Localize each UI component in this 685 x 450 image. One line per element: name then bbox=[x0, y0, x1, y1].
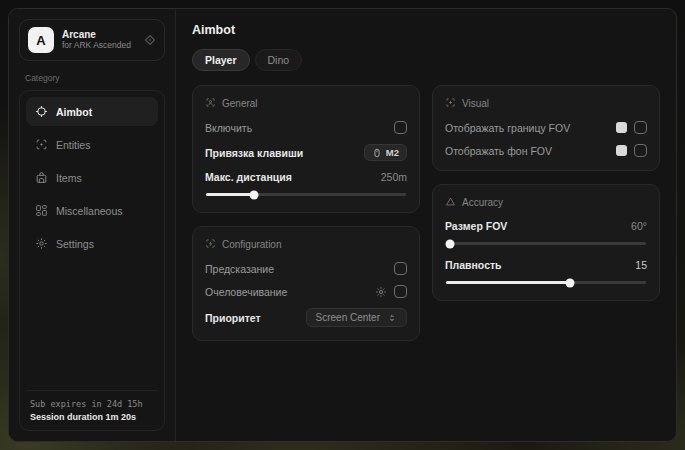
visual-card-title: Visual bbox=[462, 98, 489, 109]
fov-size-slider[interactable] bbox=[446, 242, 646, 245]
fov-bg-checkbox[interactable] bbox=[634, 144, 647, 157]
main-content: Aimbot Player Dino General Включить bbox=[176, 9, 676, 441]
slider-thumb[interactable] bbox=[566, 278, 575, 287]
configuration-card-title: Configuration bbox=[222, 239, 281, 250]
config-scan-icon bbox=[205, 238, 216, 251]
backpack-icon bbox=[35, 171, 48, 184]
page-title: Aimbot bbox=[192, 23, 660, 37]
visual-card: Visual Отображать границу FOV Отображать… bbox=[432, 85, 660, 171]
humanization-checkbox[interactable] bbox=[394, 285, 407, 298]
keybind-badge[interactable]: M2 bbox=[364, 144, 407, 161]
brand-card: A Arcane for ARK Ascended bbox=[19, 19, 165, 61]
fov-size-row: Размер FOV 60° bbox=[445, 220, 647, 232]
brand-subtitle: for ARK Ascended bbox=[62, 41, 136, 51]
tab-dino[interactable]: Dino bbox=[255, 49, 303, 71]
cheat-window: A Arcane for ARK Ascended Category Aimbo… bbox=[8, 8, 677, 442]
slider-thumb[interactable] bbox=[250, 190, 259, 199]
priority-row: Приоритет Screen Center bbox=[205, 308, 407, 327]
fov-size-value: 60° bbox=[631, 220, 647, 232]
accuracy-card-header: Accuracy bbox=[445, 196, 647, 209]
humanization-row: Очеловечивание bbox=[205, 285, 407, 298]
gear-icon bbox=[35, 237, 48, 250]
dashboard-icon bbox=[35, 204, 48, 217]
fov-border-row: Отображать границу FOV bbox=[445, 121, 647, 134]
general-card: General Включить Привязка клавиши M2 bbox=[192, 85, 420, 213]
sidebar-item-items[interactable]: Items bbox=[26, 163, 158, 192]
accuracy-card: Accuracy Размер FOV 60° Плавность 15 bbox=[432, 184, 660, 301]
fov-bg-row: Отображать фон FOV bbox=[445, 144, 647, 157]
session-duration-text: Session duration 1m 20s bbox=[30, 412, 154, 422]
visual-card-header: Visual bbox=[445, 97, 647, 110]
fov-border-label: Отображать границу FOV bbox=[445, 122, 570, 134]
keybind-label: Привязка клавиши bbox=[205, 147, 303, 159]
visual-scan-icon bbox=[445, 97, 456, 110]
enable-row: Включить bbox=[205, 121, 407, 134]
enable-label: Включить bbox=[205, 122, 252, 134]
nav-card: Aimbot Entities Items Miscellaneous bbox=[19, 90, 165, 431]
prediction-row: Предсказание bbox=[205, 262, 407, 275]
max-distance-label: Макс. дистанция bbox=[205, 171, 292, 183]
fov-border-controls bbox=[616, 121, 647, 134]
accuracy-card-title: Accuracy bbox=[462, 197, 503, 208]
sidebar-item-label: Items bbox=[56, 172, 82, 184]
priority-value: Screen Center bbox=[316, 312, 380, 323]
fov-size-label: Размер FOV bbox=[445, 220, 507, 232]
chevrons-up-down-icon bbox=[387, 313, 397, 323]
fov-bg-color-swatch[interactable] bbox=[616, 145, 627, 156]
sidebar-item-label: Miscellaneous bbox=[56, 205, 123, 217]
smoothness-value: 15 bbox=[635, 259, 647, 271]
keybind-row: Привязка клавиши M2 bbox=[205, 144, 407, 161]
configuration-card: Configuration Предсказание Очеловечивани… bbox=[192, 226, 420, 341]
fov-border-color-swatch[interactable] bbox=[616, 122, 627, 133]
humanization-gear-icon[interactable] bbox=[375, 286, 387, 298]
tab-player[interactable]: Player bbox=[192, 49, 250, 71]
smoothness-row: Плавность 15 bbox=[445, 259, 647, 271]
sidebar-item-label: Entities bbox=[56, 139, 90, 151]
app-logo-letter: A bbox=[36, 33, 45, 48]
priority-label: Приоритет bbox=[205, 312, 261, 324]
enable-checkbox[interactable] bbox=[394, 121, 407, 134]
slider-fill bbox=[206, 193, 254, 196]
triangle-icon bbox=[445, 196, 456, 209]
right-column: Visual Отображать границу FOV Отображать… bbox=[432, 85, 660, 301]
prediction-label: Предсказание bbox=[205, 263, 274, 275]
keybind-value: M2 bbox=[386, 147, 399, 158]
fov-border-checkbox[interactable] bbox=[634, 121, 647, 134]
settings-columns: General Включить Привязка клавиши M2 bbox=[192, 85, 660, 341]
sidebar-item-aimbot[interactable]: Aimbot bbox=[26, 97, 158, 126]
general-card-title: General bbox=[222, 98, 258, 109]
priority-dropdown[interactable]: Screen Center bbox=[306, 308, 407, 327]
brand-text: Arcane for ARK Ascended bbox=[62, 29, 136, 50]
sidebar-item-entities[interactable]: Entities bbox=[26, 130, 158, 159]
configuration-card-header: Configuration bbox=[205, 238, 407, 251]
sidebar-item-settings[interactable]: Settings bbox=[26, 229, 158, 258]
fov-bg-controls bbox=[616, 144, 647, 157]
app-logo: A bbox=[28, 27, 54, 53]
humanization-controls bbox=[375, 285, 407, 298]
slider-fill bbox=[446, 281, 570, 284]
mouse-icon bbox=[372, 148, 382, 158]
max-distance-value: 250m bbox=[381, 171, 407, 183]
sidebar-item-miscellaneous[interactable]: Miscellaneous bbox=[26, 196, 158, 225]
category-label: Category bbox=[25, 73, 161, 83]
tab-bar: Player Dino bbox=[192, 49, 660, 71]
target-diamond-icon[interactable] bbox=[144, 34, 156, 46]
smoothness-label: Плавность bbox=[445, 259, 502, 271]
scan-icon bbox=[35, 138, 48, 151]
crosshair-icon bbox=[35, 105, 48, 118]
smoothness-slider[interactable] bbox=[446, 281, 646, 284]
user-scan-icon bbox=[205, 97, 216, 110]
sidebar-item-label: Settings bbox=[56, 238, 94, 250]
left-column: General Включить Привязка клавиши M2 bbox=[192, 85, 420, 341]
sidebar-item-label: Aimbot bbox=[56, 106, 92, 118]
sub-expires-text: Sub expires in 24d 15h bbox=[30, 399, 154, 409]
sidebar-footer: Sub expires in 24d 15h Session duration … bbox=[26, 390, 158, 424]
max-distance-slider[interactable] bbox=[206, 193, 406, 196]
sidebar: A Arcane for ARK Ascended Category Aimbo… bbox=[9, 9, 176, 441]
fov-bg-label: Отображать фон FOV bbox=[445, 145, 552, 157]
prediction-checkbox[interactable] bbox=[394, 262, 407, 275]
max-distance-row: Макс. дистанция 250m bbox=[205, 171, 407, 183]
slider-thumb[interactable] bbox=[446, 239, 455, 248]
general-card-header: General bbox=[205, 97, 407, 110]
humanization-label: Очеловечивание bbox=[205, 286, 287, 298]
